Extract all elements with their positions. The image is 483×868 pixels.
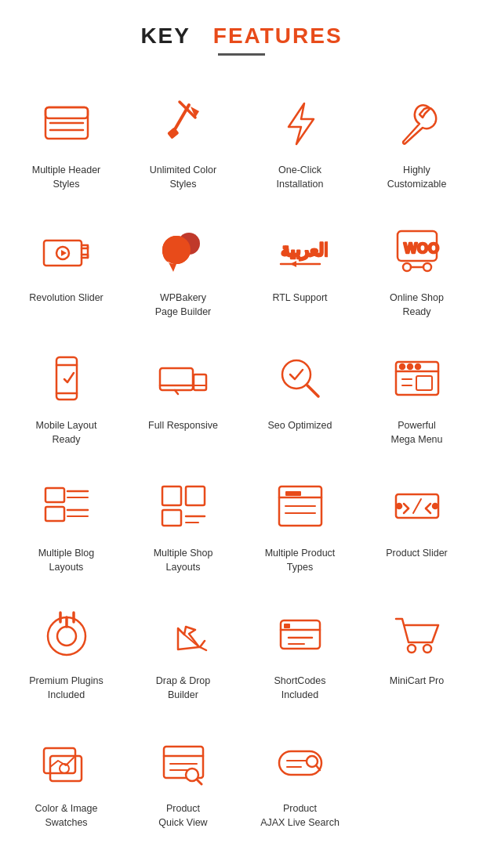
mobile-icon	[35, 347, 98, 410]
feature-rtl-support: العربية RTL Support	[242, 205, 358, 333]
svg-point-35	[416, 364, 420, 369]
svg-rect-28	[194, 374, 206, 390]
feature-shortcodes-included: ShortCodesIncluded	[242, 588, 358, 716]
feature-revolution-slider: Revolution Slider	[8, 205, 125, 333]
feature-mobile-layout-ready: Mobile LayoutReady	[8, 333, 125, 461]
feature-unlimited-color-styles: Unlimited ColorStyles	[125, 78, 242, 205]
svg-rect-1	[45, 107, 88, 118]
svg-point-62	[433, 504, 438, 508]
svg-rect-46	[186, 486, 205, 505]
feature-label: ProductAJAX Live Search	[260, 802, 340, 830]
svg-rect-38	[416, 376, 432, 390]
responsive-icon	[152, 347, 215, 410]
svg-point-30	[282, 360, 310, 389]
feature-premium-plugins-included: Premium PluginsIncluded	[8, 588, 125, 716]
feature-label: Multiple BlogLayouts	[38, 547, 95, 574]
plugin-icon	[35, 602, 98, 665]
feature-label: Premium PluginsIncluded	[29, 675, 103, 702]
svg-rect-45	[162, 486, 181, 505]
feature-multiple-blog-layouts: Multiple BlogLayouts	[8, 461, 125, 588]
feature-label: WPBakeryPage Builder	[155, 291, 212, 319]
svg-line-60	[413, 499, 421, 513]
feature-label: Mobile LayoutReady	[36, 419, 97, 447]
svg-marker-10	[61, 250, 67, 256]
feature-label: Seo Optimized	[268, 419, 332, 433]
feature-label: Drap & DropBuilder	[156, 675, 210, 702]
feature-label: ShortCodesIncluded	[274, 675, 325, 702]
wrench-icon	[386, 92, 448, 154]
shortcode-icon	[269, 602, 332, 665]
page-container: KEY FEATURES Multiple HeaderStyles	[0, 0, 483, 859]
feature-product-ajax-live-search: ProductAJAX Live Search	[242, 716, 358, 844]
svg-line-86	[197, 779, 202, 784]
dragdrop-icon	[152, 602, 215, 665]
feature-label: Unlimited ColorStyles	[150, 164, 216, 191]
code-icon	[386, 475, 448, 537]
feature-powerful-mega-menu: PowerfulMega Menu	[358, 333, 475, 461]
svg-rect-39	[45, 488, 64, 502]
slider-icon	[35, 219, 98, 282]
feature-minicart-pro: MiniCart Pro	[358, 588, 475, 716]
svg-point-64	[57, 627, 76, 646]
svg-text:WOO: WOO	[404, 241, 439, 256]
feature-label: Revolution Slider	[29, 291, 104, 306]
feature-product-quick-view: ProductQuick View	[125, 716, 242, 844]
feature-label: Multiple ProductTypes	[265, 547, 336, 574]
feature-online-shop-ready: WOO Online ShopReady	[358, 205, 475, 333]
feature-highly-customizable: HighlyCustomizable	[358, 78, 475, 205]
svg-point-34	[408, 364, 412, 369]
swatches-icon	[35, 730, 98, 793]
svg-text:العربية: العربية	[281, 241, 328, 261]
svg-rect-25	[160, 368, 193, 390]
feature-product-slider: Product Slider	[358, 461, 475, 588]
svg-line-57	[404, 508, 409, 513]
svg-rect-42	[45, 507, 64, 521]
svg-line-69	[200, 641, 205, 647]
svg-point-77	[423, 645, 431, 653]
feature-label: ProductQuick View	[158, 802, 207, 830]
feature-drag-drop-builder: Drap & DropBuilder	[125, 588, 242, 716]
title-underline	[218, 53, 265, 56]
woo-icon: WOO	[386, 219, 448, 282]
feature-label: Multiple HeaderStyles	[32, 164, 101, 191]
svg-rect-47	[162, 510, 181, 526]
feature-multiple-header-styles: Multiple HeaderStyles	[8, 78, 125, 205]
bolt-icon	[269, 92, 332, 154]
producttypes-icon	[269, 475, 332, 537]
seo-icon	[269, 347, 332, 410]
svg-rect-79	[50, 756, 82, 781]
svg-marker-7	[289, 103, 314, 144]
svg-rect-54	[285, 491, 301, 496]
feature-label: Online ShopReady	[390, 291, 444, 319]
features-grid: Multiple HeaderStyles Unlimited ColorSty…	[8, 78, 475, 844]
bloglayout-icon	[35, 475, 98, 537]
feature-wpbakery-page-builder: WPBakeryPage Builder	[125, 205, 242, 333]
feature-seo-optimized: Seo Optimized	[242, 333, 358, 461]
feature-label: RTL Support	[272, 291, 327, 306]
svg-line-59	[426, 508, 430, 513]
feature-label: MiniCart Pro	[390, 675, 444, 689]
feature-label: HighlyCustomizable	[387, 164, 447, 191]
feature-color-image-swatches: Color & ImageSwatches	[8, 716, 125, 844]
svg-point-33	[400, 364, 405, 369]
feature-label: One-ClickInstallation	[277, 164, 324, 191]
feature-label: Product Slider	[386, 547, 448, 561]
header-icon	[35, 92, 98, 154]
megamenu-icon	[386, 347, 448, 410]
quickview-icon	[152, 730, 215, 793]
svg-point-20	[423, 263, 431, 271]
svg-point-61	[397, 504, 401, 508]
paint-icon	[152, 92, 215, 154]
cart-icon	[386, 602, 448, 665]
svg-line-91	[316, 765, 320, 770]
feature-label: Color & ImageSwatches	[35, 802, 98, 830]
svg-rect-87	[279, 751, 321, 775]
feature-full-responsive: Full Responsive	[125, 333, 242, 461]
page-title: KEY FEATURES	[8, 24, 475, 49]
svg-line-70	[200, 647, 206, 650]
svg-line-58	[426, 504, 430, 508]
svg-rect-75	[284, 624, 290, 628]
feature-label: Full Responsive	[148, 419, 218, 433]
svg-line-56	[404, 504, 409, 508]
svg-rect-5	[167, 127, 180, 139]
